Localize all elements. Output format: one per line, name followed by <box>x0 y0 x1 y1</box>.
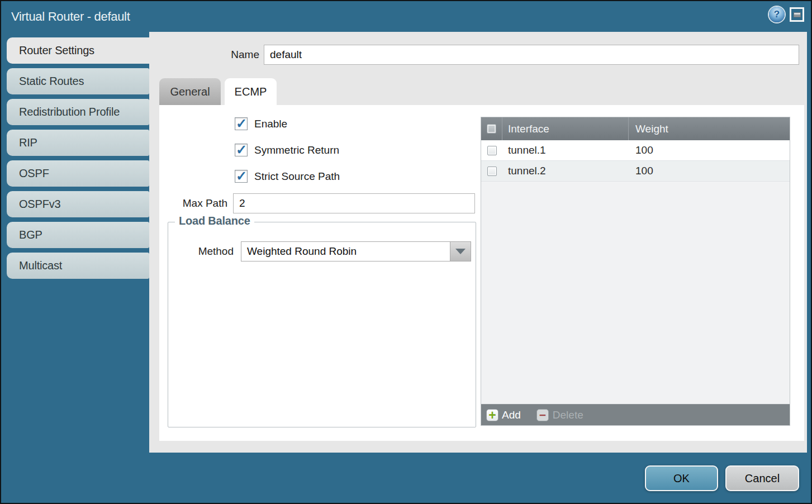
tunnel1-checkbox[interactable] <box>487 146 497 155</box>
enable-label: Enable <box>254 118 287 130</box>
delete-button[interactable]: − Delete <box>521 409 583 421</box>
tunnel2-weight-cell: 100 <box>629 161 790 181</box>
sidebar-item-static-routes[interactable]: Static Routes <box>7 68 149 94</box>
sidebar-item-ospf[interactable]: OSPF <box>7 160 149 187</box>
strict-source-path-row: Strict Source Path <box>235 170 340 183</box>
strict-source-path-checkbox[interactable] <box>235 170 248 183</box>
row-checkbox-cell <box>481 161 502 181</box>
table-row-tunnel1[interactable]: tunnel.1 100 <box>481 140 790 161</box>
restore-window-icon-inner <box>794 12 801 17</box>
dialog-title: Virtual Router - default <box>11 1 130 32</box>
tab-ecmp[interactable]: ECMP <box>225 78 277 105</box>
method-label: Method <box>168 241 234 261</box>
delete-icon: − <box>536 409 549 421</box>
load-balance-group: Load Balance Method Weighted Round Robin <box>168 222 476 427</box>
cancel-button[interactable]: Cancel <box>725 465 799 491</box>
weight-column-header[interactable]: Weight <box>629 117 790 140</box>
interface-table-header: Interface Weight <box>481 117 790 140</box>
max-path-label: Max Path <box>159 193 227 213</box>
help-icon[interactable]: ? <box>769 7 785 22</box>
sidebar-item-multicast[interactable]: Multicast <box>7 253 149 279</box>
sidebar-item-rip[interactable]: RIP <box>7 130 149 156</box>
sidebar-item-router-settings[interactable]: Router Settings <box>7 37 149 64</box>
sidebar-item-ospfv3[interactable]: OSPFv3 <box>7 191 149 217</box>
table-row-tunnel2[interactable]: tunnel.2 100 <box>481 161 790 182</box>
sidebar: Router Settings Static Routes Redistribu… <box>7 37 149 283</box>
symmetric-return-row: Symmetric Return <box>235 144 339 156</box>
virtual-router-dialog: Virtual Router - default ? Router Settin… <box>0 0 812 504</box>
delete-button-label: Delete <box>553 409 583 421</box>
enable-checkbox[interactable] <box>235 117 248 130</box>
method-dropdown[interactable]: Weighted Round Robin <box>241 241 471 261</box>
tab-general[interactable]: General <box>159 78 221 105</box>
max-path-input[interactable] <box>233 193 475 213</box>
chevron-down-icon <box>455 249 466 254</box>
add-button-label: Add <box>502 409 521 421</box>
method-dropdown-button[interactable] <box>450 242 471 261</box>
symmetric-return-checkbox[interactable] <box>235 144 248 156</box>
header-checkbox-cell <box>481 117 502 140</box>
name-input[interactable] <box>264 45 799 65</box>
select-all-checkbox[interactable] <box>487 124 496 134</box>
content-area: Name General ECMP Enable Symmetric Retur… <box>149 32 807 453</box>
method-dropdown-value: Weighted Round Robin <box>247 242 357 261</box>
interface-column-header[interactable]: Interface <box>502 117 629 140</box>
ecmp-tab-panel: Enable Symmetric Return Strict Source Pa… <box>159 105 804 441</box>
interface-table-footer: + Add − Delete <box>481 404 790 425</box>
enable-row: Enable <box>235 117 287 130</box>
tunnel1-interface-cell: tunnel.1 <box>502 140 629 160</box>
ok-button[interactable]: OK <box>645 465 718 491</box>
name-label: Name <box>149 45 259 65</box>
strict-source-path-label: Strict Source Path <box>254 170 340 183</box>
row-checkbox-cell <box>481 140 502 160</box>
restore-window-icon[interactable] <box>790 7 804 22</box>
load-balance-title: Load Balance <box>175 215 254 227</box>
tunnel2-interface-cell: tunnel.2 <box>502 161 629 181</box>
symmetric-return-label: Symmetric Return <box>254 144 339 156</box>
interface-table: Interface Weight tunnel.1 100 tunnel.2 1… <box>481 117 790 426</box>
help-icon-glyph: ? <box>774 9 780 20</box>
sidebar-item-bgp[interactable]: BGP <box>7 222 149 248</box>
add-icon: + <box>486 409 498 421</box>
titlebar: Virtual Router - default ? <box>1 1 811 32</box>
sidebar-item-redistribution-profile[interactable]: Redistribution Profile <box>7 99 149 125</box>
tunnel1-weight-cell: 100 <box>629 140 790 160</box>
tunnel2-checkbox[interactable] <box>487 167 497 176</box>
add-button[interactable]: + Add <box>486 409 521 421</box>
